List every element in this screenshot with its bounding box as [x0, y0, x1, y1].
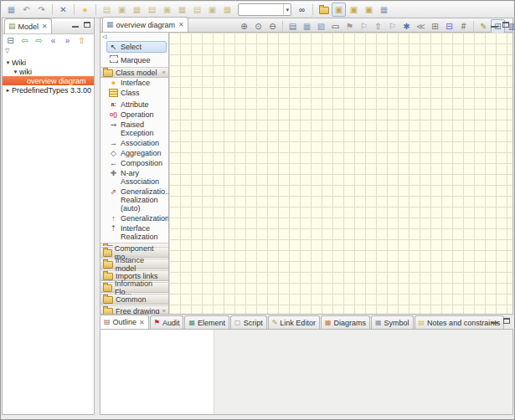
- back-icon[interactable]: ⇦: [18, 34, 32, 47]
- palette-drawer-information-flo[interactable]: Information Flo...: [100, 282, 168, 293]
- tab-link-editor[interactable]: ✎Link Editor: [268, 315, 320, 329]
- uml-create-icon-2[interactable]: ▣: [115, 3, 129, 17]
- maximize-icon[interactable]: [84, 22, 90, 28]
- palette-item-class[interactable]: Class: [100, 88, 168, 100]
- next-element-icon[interactable]: »: [60, 34, 75, 47]
- asterisk-icon[interactable]: ✱: [399, 19, 414, 33]
- move-up-icon[interactable]: ⇧: [75, 34, 89, 47]
- close-icon[interactable]: ✕: [178, 21, 184, 28]
- prev-element-icon[interactable]: «: [46, 34, 60, 47]
- toolbar-separator: [282, 21, 283, 32]
- palette-item-raised-exception[interactable]: ⇝Raised Exception: [100, 120, 168, 138]
- chevron-right-icon[interactable]: ▸: [4, 87, 12, 94]
- palette-item-generalization[interactable]: ↑Generalization: [100, 213, 168, 223]
- tab-diagrams[interactable]: ▦Diagrams: [321, 315, 370, 329]
- tab-overview-diagram[interactable]: ▦ overview diagram ✕: [102, 17, 188, 32]
- uml-create-icon-8[interactable]: ▣: [205, 3, 219, 17]
- forward-icon[interactable]: ⇨: [32, 34, 46, 47]
- tree-item-wiki[interactable]: ▾Wiki: [3, 58, 94, 67]
- diagram-canvas[interactable]: [169, 33, 512, 314]
- palette-item-attribute[interactable]: a:Attribute: [100, 100, 168, 110]
- maximize-icon[interactable]: [503, 318, 510, 324]
- uml-create-icon-3[interactable]: ▦: [130, 3, 144, 17]
- palette-drawer-free-drawing[interactable]: Free drawing«: [100, 305, 168, 314]
- pin-icon[interactable]: «: [162, 69, 166, 76]
- palette-item-n-ary-association[interactable]: ✚N-ary Association: [100, 168, 168, 187]
- flag-outline-icon[interactable]: ⚐: [357, 19, 371, 33]
- arrow-up-page-icon[interactable]: ⇧: [371, 19, 385, 33]
- collapse-all-icon[interactable]: ⊟: [3, 34, 18, 47]
- palette-item-aggregation[interactable]: ◇Aggregation: [100, 148, 168, 158]
- tools-icon[interactable]: ✕: [56, 3, 70, 17]
- view-menu-icon[interactable]: ▽: [5, 48, 9, 54]
- close-icon[interactable]: ✕: [42, 23, 48, 30]
- open-folder-icon[interactable]: [317, 3, 331, 17]
- search-combo[interactable]: ▾: [238, 3, 291, 16]
- perspective-icon-4[interactable]: ▦: [377, 3, 391, 17]
- perspective-icon-3[interactable]: ▣: [362, 3, 376, 17]
- redo-icon[interactable]: ↷: [34, 3, 49, 17]
- maximize-icon[interactable]: [502, 22, 509, 28]
- uml-create-icon-4[interactable]: ▤: [145, 3, 159, 17]
- palette-item-interface-realization[interactable]: ⇡Interface Realization: [100, 223, 168, 242]
- save-as-icon[interactable]: ▧: [314, 19, 328, 33]
- minimize-icon[interactable]: [492, 322, 498, 324]
- chevron-down-icon[interactable]: ▾: [4, 59, 12, 66]
- zoom-reset-icon[interactable]: ⊙: [251, 19, 265, 33]
- tree-item-overview-diagram[interactable]: overview diagram: [3, 76, 94, 85]
- hash-icon[interactable]: #: [456, 19, 471, 33]
- tab-symbol[interactable]: ▦Symbol: [371, 315, 414, 329]
- binoculars-icon[interactable]: ∞: [295, 3, 309, 17]
- palette-item-association[interactable]: →Association: [100, 138, 168, 148]
- palette-drawer-class-model[interactable]: Class model«: [100, 67, 168, 78]
- tree-item-wiki[interactable]: ▾wiki: [3, 67, 94, 76]
- palette-item-generalizatio-realization-auto[interactable]: ⇗Generalizatio... Realization (auto): [100, 187, 168, 213]
- tree-item-predefinedtypes-3-3-00[interactable]: ▸PredefinedTypes 3.3.00: [3, 85, 94, 95]
- palette-item-operation[interactable]: o()Operation: [100, 110, 168, 120]
- uml-create-icon-7[interactable]: ▤: [190, 3, 204, 17]
- fit-box-icon[interactable]: ⊞: [428, 19, 442, 33]
- palette-drawer-instance-model[interactable]: Instance model: [100, 259, 168, 269]
- tab-outline[interactable]: ▤Outline✕: [100, 315, 149, 329]
- lightbulb-icon[interactable]: ●: [78, 3, 92, 17]
- box-bottom-icon[interactable]: ⊟: [442, 19, 456, 33]
- printer-icon[interactable]: ▤: [286, 19, 300, 33]
- tab-notes-and-constraints[interactable]: ▤Notes and constraints: [415, 315, 505, 329]
- flag-mirrored-icon[interactable]: ⚐: [385, 19, 399, 33]
- uml-create-icon-1[interactable]: ▤: [100, 3, 114, 17]
- palette-tool-marquee[interactable]: Marquee: [106, 54, 167, 66]
- undo-icon[interactable]: ↶: [19, 3, 33, 17]
- tab-model[interactable]: ▤ Model ✕: [4, 18, 52, 33]
- combo-dropdown-icon[interactable]: ▾: [283, 4, 291, 15]
- minimize-icon[interactable]: [72, 26, 79, 28]
- save-icon[interactable]: ▦: [4, 3, 18, 17]
- uml-create-icon-5[interactable]: ▣: [160, 3, 174, 17]
- move-down-icon[interactable]: ⇩: [89, 34, 94, 47]
- close-icon[interactable]: ✕: [139, 319, 145, 326]
- perspective-icon-2[interactable]: ▣: [347, 3, 361, 17]
- save-image-icon[interactable]: ▦: [300, 19, 314, 33]
- tab-element[interactable]: ▦Element: [184, 315, 229, 329]
- pin-icon[interactable]: «: [162, 308, 166, 315]
- palette-item-composition[interactable]: ←Composition: [100, 158, 168, 168]
- link-editor-icon: ✎: [272, 320, 278, 326]
- perspective-icon-1[interactable]: ▣: [332, 3, 346, 17]
- minimize-icon[interactable]: [491, 26, 497, 28]
- flag-icon[interactable]: ⚑: [342, 19, 357, 33]
- outline-view-content[interactable]: [100, 330, 214, 414]
- zoom-out-icon[interactable]: ⊖: [265, 19, 280, 33]
- tab-script[interactable]: ▢Script: [230, 315, 267, 329]
- selection-rect-icon[interactable]: ▭: [328, 19, 342, 33]
- composition-icon: ←: [109, 159, 118, 167]
- palette-item-interface[interactable]: ●Interface: [100, 78, 168, 88]
- double-chevron-icon[interactable]: ≪: [414, 19, 428, 33]
- editor-tab-label: overview diagram: [116, 21, 176, 29]
- palette-collapse-icon[interactable]: ◁: [100, 33, 168, 40]
- uml-create-icon-9[interactable]: ▦: [220, 3, 234, 17]
- tab-audit[interactable]: ⚑Audit: [150, 315, 184, 329]
- zoom-in-icon[interactable]: ⊕: [237, 19, 251, 33]
- palette-tool-select[interactable]: ↖Select: [106, 41, 167, 53]
- pencil-icon[interactable]: ✎: [476, 19, 491, 33]
- uml-create-icon-6[interactable]: ▦: [175, 3, 189, 17]
- chevron-down-icon[interactable]: ▾: [12, 69, 19, 75]
